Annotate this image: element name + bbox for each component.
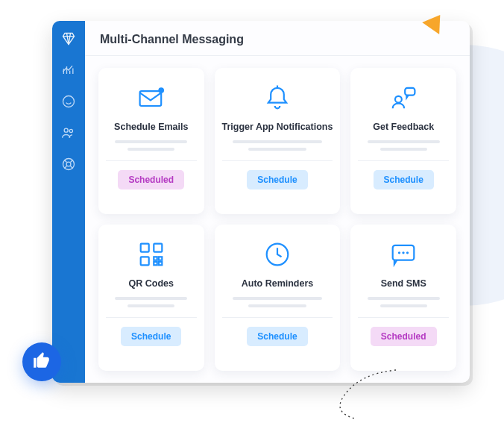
svg-point-4	[66, 162, 71, 166]
skeleton-line	[368, 297, 440, 300]
decorative-dotted-path	[314, 366, 403, 426]
svg-point-0	[63, 96, 75, 107]
svg-rect-14	[159, 257, 162, 260]
skeleton-line	[115, 297, 187, 300]
divider	[358, 317, 449, 318]
schedule-button[interactable]: Schedule	[121, 327, 181, 346]
skeleton-line	[248, 148, 306, 151]
bell-icon	[261, 81, 294, 114]
nav-users-icon[interactable]	[61, 125, 76, 140]
page-title: Multi-Channel Messaging	[100, 33, 455, 46]
qr-icon	[135, 238, 168, 271]
app-window: Multi-Channel Messaging Schedule Emails …	[52, 21, 470, 383]
skeleton-line	[127, 148, 174, 151]
feedback-icon	[387, 81, 420, 114]
nav-analytics-icon[interactable]	[61, 63, 76, 78]
scheduled-button[interactable]: Scheduled	[371, 327, 437, 346]
card-title: Get Feedback	[373, 122, 434, 132]
card-title: Trigger App Notifications	[222, 122, 333, 132]
card-auto-reminders: Auto Reminders Schedule	[215, 225, 341, 371]
svg-point-21	[406, 251, 409, 254]
svg-point-6	[158, 87, 164, 93]
divider	[222, 317, 333, 318]
sidebar	[52, 21, 85, 383]
header: Multi-Channel Messaging	[85, 21, 470, 56]
skeleton-line	[115, 140, 187, 143]
skeleton-line	[233, 140, 321, 143]
divider	[358, 160, 449, 161]
card-title: Auto Reminders	[242, 278, 314, 289]
email-icon	[135, 81, 168, 114]
skeleton-line	[380, 304, 427, 307]
svg-rect-5	[139, 91, 161, 106]
svg-point-8	[395, 96, 402, 103]
svg-point-19	[398, 251, 400, 254]
thumbs-up-badge	[22, 342, 61, 381]
skeleton-line	[248, 304, 306, 307]
divider	[106, 317, 197, 318]
card-schedule-emails: Schedule Emails Scheduled	[98, 68, 204, 214]
svg-rect-13	[154, 257, 157, 260]
schedule-button[interactable]: Schedule	[247, 170, 307, 189]
card-qr-codes: QR Codes Schedule	[98, 225, 204, 371]
divider	[222, 160, 333, 161]
thumbs-up-icon	[32, 351, 51, 373]
skeleton-line	[380, 148, 427, 151]
svg-rect-11	[154, 244, 162, 252]
card-trigger-notifications: Trigger App Notifications Schedule	[215, 68, 341, 214]
schedule-button[interactable]: Schedule	[247, 327, 307, 346]
sms-icon	[387, 238, 420, 271]
card-get-feedback: Get Feedback Schedule	[350, 68, 456, 214]
schedule-button[interactable]: Schedule	[374, 170, 434, 189]
svg-rect-16	[159, 262, 162, 265]
divider	[106, 160, 197, 161]
nav-support-icon[interactable]	[61, 157, 76, 172]
card-grid: Schedule Emails Scheduled Trigger App No…	[85, 56, 470, 383]
svg-point-20	[403, 251, 405, 254]
nav-chat-icon[interactable]	[61, 94, 76, 109]
svg-point-2	[69, 129, 72, 132]
main-panel: Multi-Channel Messaging Schedule Emails …	[85, 21, 470, 383]
svg-rect-12	[140, 257, 148, 265]
svg-rect-9	[405, 88, 415, 95]
nav-diamond-icon[interactable]	[61, 31, 76, 46]
skeleton-line	[368, 140, 440, 143]
card-title: QR Codes	[129, 278, 174, 289]
card-send-sms: Send SMS Scheduled	[350, 225, 456, 371]
svg-point-1	[64, 128, 68, 132]
svg-rect-15	[154, 262, 157, 265]
clock-icon	[261, 238, 294, 271]
scheduled-button[interactable]: Scheduled	[118, 170, 184, 189]
card-title: Schedule Emails	[114, 122, 188, 132]
skeleton-line	[233, 297, 321, 300]
skeleton-line	[127, 304, 174, 307]
card-title: Send SMS	[381, 278, 426, 289]
svg-rect-10	[140, 244, 148, 252]
